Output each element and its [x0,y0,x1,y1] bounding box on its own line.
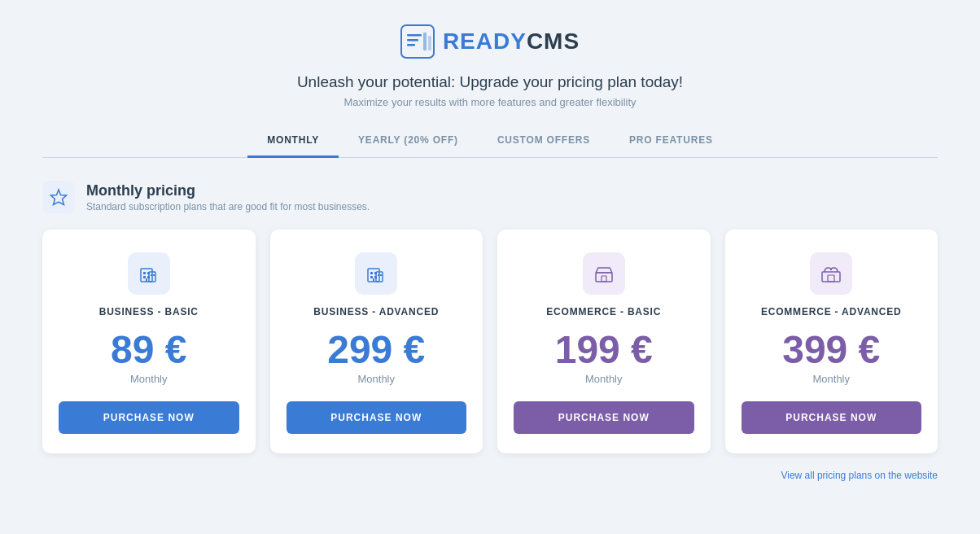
card-period-business-advanced: Monthly [357,373,395,385]
star-icon [50,188,68,206]
svg-rect-8 [143,272,146,274]
section-header: Monthly pricing Standard subscription pl… [42,181,938,213]
tab-custom-offers[interactable]: CUSTOM OFFERS [478,126,610,158]
card-ecommerce-advanced: ECOMMERCE - ADVANCED 399 € Monthly PURCH… [725,230,938,453]
card-ecommerce-basic: ECOMMERCE - BASIC 199 € Monthly PURCHASE… [497,230,711,453]
section-title: Monthly pricing [86,182,370,199]
card-price-business-basic: 89 € [111,330,186,370]
svg-rect-5 [428,36,431,50]
card-icon-business-advanced [355,252,397,295]
tab-monthly[interactable]: MONTHLY [247,126,339,158]
svg-rect-4 [423,33,427,50]
tagline-sub: Maximize your results with more features… [343,96,636,108]
svg-rect-26 [602,276,606,282]
card-business-basic: BUSINESS - BASIC 89 € Monthly PURCHASE N… [42,230,256,453]
shop-icon [593,262,615,285]
svg-rect-14 [151,274,152,276]
card-name-business-advanced: BUSINESS - ADVANCED [313,306,439,317]
card-period-business-basic: Monthly [130,373,168,385]
card-icon-ecommerce-basic [583,252,625,295]
svg-rect-19 [370,276,373,278]
card-name-ecommerce-advanced: ECOMMERCE - ADVANCED [761,306,902,317]
purchase-button-business-basic[interactable]: PURCHASE NOW [59,401,239,434]
card-icon-ecommerce-advanced [810,252,852,295]
card-name-business-basic: BUSINESS - BASIC [99,306,199,317]
shop-advanced-icon [820,262,842,285]
svg-rect-28 [822,272,840,282]
card-price-ecommerce-advanced: 399 € [782,330,880,370]
logo-icon [400,24,435,59]
logo-ready: READY [443,28,527,54]
purchase-button-business-advanced[interactable]: PURCHASE NOW [287,401,467,434]
purchase-button-ecommerce-advanced[interactable]: PURCHASE NOW [742,401,922,434]
logo-area: READYCMS [400,24,580,59]
tabs-container: MONTHLY YEARLY (20% OFF) CUSTOM OFFERS P… [42,126,938,158]
svg-rect-10 [143,276,146,278]
tagline-main: Unleash your potential: Upgrade your pri… [297,73,683,91]
cards-grid: BUSINESS - BASIC 89 € Monthly PURCHASE N… [42,230,938,453]
card-name-ecommerce-basic: ECOMMERCE - BASIC [546,306,661,317]
svg-rect-15 [153,274,155,276]
card-business-advanced: BUSINESS - ADVANCED 299 € Monthly PURCHA… [270,230,483,453]
svg-marker-6 [51,190,67,205]
svg-rect-24 [380,274,382,276]
svg-rect-21 [373,278,374,282]
tab-yearly[interactable]: YEARLY (20% OFF) [339,126,478,158]
card-price-business-advanced: 299 € [327,330,425,370]
card-price-ecommerce-basic: 199 € [555,330,653,370]
building-icon [138,262,160,285]
logo-text: READYCMS [443,28,580,55]
svg-rect-2 [407,39,418,42]
svg-rect-1 [407,34,422,37]
card-period-ecommerce-basic: Monthly [585,373,623,385]
svg-rect-12 [146,278,147,282]
page-wrapper: READYCMS Unleash your potential: Upgrade… [0,0,980,534]
svg-rect-29 [828,275,834,282]
view-all-link[interactable]: View all pricing plans on the website [781,470,938,481]
card-period-ecommerce-advanced: Monthly [812,373,850,385]
purchase-button-ecommerce-basic[interactable]: PURCHASE NOW [514,401,694,434]
section-icon-box [42,181,75,213]
section-info: Monthly pricing Standard subscription pl… [86,182,370,212]
building-advanced-icon [365,262,387,285]
svg-rect-25 [596,273,612,282]
card-icon-business-basic [128,252,170,295]
svg-rect-3 [407,44,415,46]
logo-cms: CMS [527,28,580,54]
svg-rect-17 [370,272,373,274]
section-subtitle: Standard subscription plans that are goo… [86,201,370,212]
footer-link-row: View all pricing plans on the website [42,470,938,481]
svg-rect-23 [378,274,379,276]
tab-pro-features[interactable]: PRO FEATURES [610,126,733,158]
